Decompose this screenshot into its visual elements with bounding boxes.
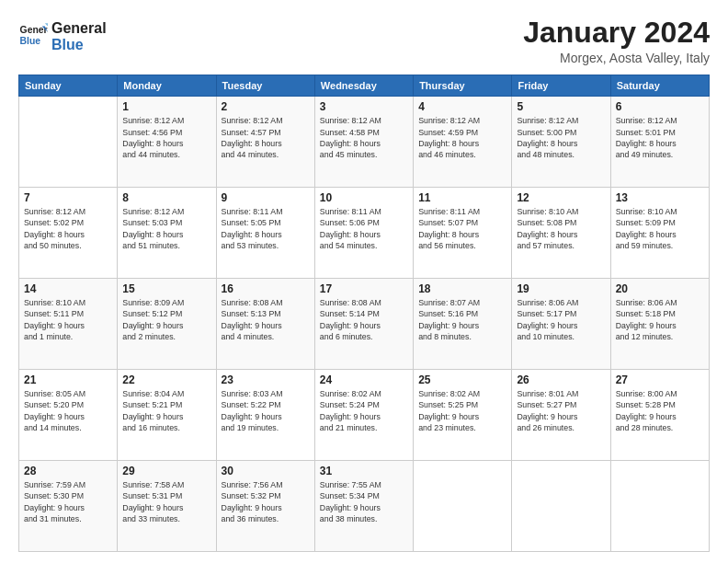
logo-text-general: General <box>51 20 107 37</box>
calendar-cell: 1Sunrise: 8:12 AMSunset: 4:56 PMDaylight… <box>118 97 216 188</box>
day-number: 24 <box>320 373 408 386</box>
logo: General Blue General Blue <box>18 17 107 52</box>
day-info: Sunrise: 7:58 AMSunset: 5:31 PMDaylight:… <box>122 479 210 524</box>
calendar-cell: 12Sunrise: 8:10 AMSunset: 5:08 PMDayligh… <box>512 188 610 279</box>
calendar-cell: 14Sunrise: 8:10 AMSunset: 5:11 PMDayligh… <box>19 279 118 370</box>
calendar-cell: 16Sunrise: 8:08 AMSunset: 5:13 PMDayligh… <box>216 279 314 370</box>
day-number: 10 <box>320 191 408 204</box>
calendar-cell: 4Sunrise: 8:12 AMSunset: 4:59 PMDaylight… <box>414 97 512 188</box>
day-number: 27 <box>616 373 704 386</box>
calendar-cell <box>19 97 118 188</box>
weekday-header-sunday: Sunday <box>19 75 118 97</box>
week-row-5: 28Sunrise: 7:59 AMSunset: 5:30 PMDayligh… <box>19 461 710 552</box>
day-number: 25 <box>418 373 506 386</box>
calendar-cell: 10Sunrise: 8:11 AMSunset: 5:06 PMDayligh… <box>314 188 413 279</box>
day-number: 19 <box>517 282 605 295</box>
day-number: 23 <box>222 373 310 386</box>
day-number: 12 <box>517 191 605 204</box>
calendar-cell: 5Sunrise: 8:12 AMSunset: 5:00 PMDaylight… <box>512 97 610 188</box>
weekday-header-tuesday: Tuesday <box>216 75 314 97</box>
calendar-cell: 9Sunrise: 8:11 AMSunset: 5:05 PMDaylight… <box>216 188 314 279</box>
week-row-2: 7Sunrise: 8:12 AMSunset: 5:02 PMDaylight… <box>19 188 710 279</box>
day-info: Sunrise: 8:09 AMSunset: 5:12 PMDaylight:… <box>122 297 210 342</box>
day-info: Sunrise: 8:12 AMSunset: 5:01 PMDaylight:… <box>616 115 704 160</box>
weekday-header-friday: Friday <box>512 75 610 97</box>
title-block: January 2024 Morgex, Aosta Valley, Italy <box>523 17 710 65</box>
day-info: Sunrise: 8:10 AMSunset: 5:09 PMDaylight:… <box>616 206 704 251</box>
day-number: 14 <box>24 282 112 295</box>
calendar-cell: 27Sunrise: 8:00 AMSunset: 5:28 PMDayligh… <box>610 370 709 461</box>
day-info: Sunrise: 8:12 AMSunset: 4:58 PMDaylight:… <box>320 115 408 160</box>
day-number: 22 <box>122 373 210 386</box>
day-number: 20 <box>616 282 704 295</box>
calendar-cell: 6Sunrise: 8:12 AMSunset: 5:01 PMDaylight… <box>610 97 709 188</box>
svg-text:Blue: Blue <box>20 35 41 45</box>
day-info: Sunrise: 8:02 AMSunset: 5:24 PMDaylight:… <box>320 388 408 433</box>
logo-icon: General Blue <box>18 20 48 50</box>
calendar-cell <box>512 461 610 552</box>
day-info: Sunrise: 8:00 AMSunset: 5:28 PMDaylight:… <box>616 388 704 433</box>
day-info: Sunrise: 8:12 AMSunset: 4:59 PMDaylight:… <box>418 115 506 160</box>
page: General Blue General Blue January 2024 M… <box>0 0 728 563</box>
calendar-cell: 2Sunrise: 8:12 AMSunset: 4:57 PMDaylight… <box>216 97 314 188</box>
week-row-4: 21Sunrise: 8:05 AMSunset: 5:20 PMDayligh… <box>19 370 710 461</box>
day-info: Sunrise: 8:02 AMSunset: 5:25 PMDaylight:… <box>418 388 506 433</box>
day-info: Sunrise: 8:08 AMSunset: 5:14 PMDaylight:… <box>320 297 408 342</box>
logo-text-blue: Blue <box>51 37 107 53</box>
calendar-cell: 31Sunrise: 7:55 AMSunset: 5:34 PMDayligh… <box>314 461 413 552</box>
calendar-cell: 20Sunrise: 8:06 AMSunset: 5:18 PMDayligh… <box>610 279 709 370</box>
day-number: 7 <box>24 191 112 204</box>
weekday-header-saturday: Saturday <box>610 75 709 97</box>
day-number: 15 <box>122 282 210 295</box>
day-number: 3 <box>320 100 408 113</box>
day-number: 28 <box>24 465 112 477</box>
calendar-cell: 26Sunrise: 8:01 AMSunset: 5:27 PMDayligh… <box>512 370 610 461</box>
day-number: 2 <box>222 100 310 113</box>
month-title: January 2024 <box>523 17 710 49</box>
day-number: 4 <box>418 100 506 113</box>
day-number: 9 <box>222 191 310 204</box>
calendar-cell: 28Sunrise: 7:59 AMSunset: 5:30 PMDayligh… <box>19 461 118 552</box>
day-number: 21 <box>24 373 112 386</box>
calendar-cell <box>414 461 512 552</box>
calendar-cell: 17Sunrise: 8:08 AMSunset: 5:14 PMDayligh… <box>314 279 413 370</box>
weekday-header-monday: Monday <box>118 75 216 97</box>
day-info: Sunrise: 8:01 AMSunset: 5:27 PMDaylight:… <box>517 388 605 433</box>
calendar-cell: 15Sunrise: 8:09 AMSunset: 5:12 PMDayligh… <box>118 279 216 370</box>
calendar-cell: 8Sunrise: 8:12 AMSunset: 5:03 PMDaylight… <box>118 188 216 279</box>
week-row-1: 1Sunrise: 8:12 AMSunset: 4:56 PMDaylight… <box>19 97 710 188</box>
day-info: Sunrise: 8:12 AMSunset: 4:56 PMDaylight:… <box>122 115 210 160</box>
calendar-cell: 25Sunrise: 8:02 AMSunset: 5:25 PMDayligh… <box>414 370 512 461</box>
calendar-cell: 21Sunrise: 8:05 AMSunset: 5:20 PMDayligh… <box>19 370 118 461</box>
day-number: 13 <box>616 191 704 204</box>
day-info: Sunrise: 8:05 AMSunset: 5:20 PMDaylight:… <box>24 388 112 433</box>
day-info: Sunrise: 8:10 AMSunset: 5:08 PMDaylight:… <box>517 206 605 251</box>
calendar-cell: 19Sunrise: 8:06 AMSunset: 5:17 PMDayligh… <box>512 279 610 370</box>
day-number: 30 <box>222 465 310 477</box>
day-number: 29 <box>122 465 210 477</box>
location: Morgex, Aosta Valley, Italy <box>523 51 710 65</box>
day-number: 16 <box>222 282 310 295</box>
calendar-cell: 22Sunrise: 8:04 AMSunset: 5:21 PMDayligh… <box>118 370 216 461</box>
day-info: Sunrise: 8:11 AMSunset: 5:06 PMDaylight:… <box>320 206 408 251</box>
day-number: 18 <box>418 282 506 295</box>
day-info: Sunrise: 8:12 AMSunset: 5:02 PMDaylight:… <box>24 206 112 251</box>
day-info: Sunrise: 7:56 AMSunset: 5:32 PMDaylight:… <box>222 479 310 524</box>
day-number: 6 <box>616 100 704 113</box>
day-info: Sunrise: 8:07 AMSunset: 5:16 PMDaylight:… <box>418 297 506 342</box>
day-info: Sunrise: 8:03 AMSunset: 5:22 PMDaylight:… <box>222 388 310 433</box>
day-number: 1 <box>122 100 210 113</box>
weekday-header-wednesday: Wednesday <box>314 75 413 97</box>
day-number: 11 <box>418 191 506 204</box>
day-number: 8 <box>122 191 210 204</box>
calendar-cell: 29Sunrise: 7:58 AMSunset: 5:31 PMDayligh… <box>118 461 216 552</box>
day-number: 26 <box>517 373 605 386</box>
calendar-cell: 13Sunrise: 8:10 AMSunset: 5:09 PMDayligh… <box>610 188 709 279</box>
week-row-3: 14Sunrise: 8:10 AMSunset: 5:11 PMDayligh… <box>19 279 710 370</box>
calendar-cell: 18Sunrise: 8:07 AMSunset: 5:16 PMDayligh… <box>414 279 512 370</box>
calendar-cell: 24Sunrise: 8:02 AMSunset: 5:24 PMDayligh… <box>314 370 413 461</box>
day-number: 5 <box>517 100 605 113</box>
header: General Blue General Blue January 2024 M… <box>18 17 710 65</box>
day-info: Sunrise: 8:06 AMSunset: 5:17 PMDaylight:… <box>517 297 605 342</box>
day-info: Sunrise: 8:06 AMSunset: 5:18 PMDaylight:… <box>616 297 704 342</box>
